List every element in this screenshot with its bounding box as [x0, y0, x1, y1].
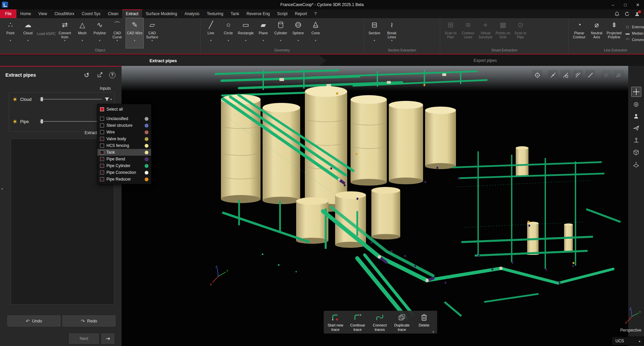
dropdown-item[interactable]: Steel structure	[97, 122, 151, 129]
leveling-icon[interactable]	[631, 135, 641, 145]
ribbon-button[interactable]: Cone ▾	[307, 18, 324, 48]
ribbon-button[interactable]: ∿ Polyline ▾	[91, 18, 108, 48]
popout-icon[interactable]	[96, 71, 103, 79]
ribbon-button[interactable]: ◔ Planar Contour ▾	[570, 18, 588, 48]
menu-item[interactable]: CloudWorx	[51, 9, 78, 18]
menubar-icon[interactable]	[634, 11, 640, 17]
close-icon[interactable]: ✕	[632, 0, 644, 9]
clipping-icon[interactable]	[631, 159, 641, 169]
history-icon[interactable]: ↺	[83, 71, 90, 79]
undo-button[interactable]: ↶ Undo	[7, 315, 60, 326]
dropdown-item[interactable]: Pipe Cylinder	[97, 162, 151, 169]
exit-tool-button[interactable]: ⇥	[101, 334, 114, 344]
redo-button[interactable]: ↷ Redo	[62, 315, 116, 326]
menu-item[interactable]: Extract	[122, 9, 142, 18]
trace-button[interactable]: Start new trace	[324, 313, 347, 332]
snap-plane-icon[interactable]	[560, 70, 570, 80]
ribbon-button-small[interactable]: ◠ Convex Contour	[625, 37, 644, 42]
trace-button[interactable]: Continue trace	[347, 313, 369, 332]
render-mesh-icon[interactable]	[613, 70, 624, 80]
dropdown-item[interactable]: HCS fencing	[97, 142, 151, 149]
menu-item[interactable]: File	[0, 9, 16, 18]
view-cube-icon[interactable]	[631, 147, 641, 157]
menu-item[interactable]: Tank	[227, 9, 243, 18]
checkbox[interactable]	[100, 157, 104, 161]
orbit-icon[interactable]	[631, 87, 641, 97]
menu-item[interactable]: Report	[291, 9, 311, 18]
menu-item[interactable]: Analysis	[181, 9, 203, 18]
menu-item[interactable]: Texturing	[203, 9, 227, 18]
menubar-icon[interactable]	[624, 11, 630, 17]
menu-item[interactable]: Coord Sys	[78, 9, 104, 18]
ribbon-button[interactable]: ☁ Cloud ▾	[19, 18, 37, 48]
ribbon-button[interactable]: ▦ Points on Grid ▾	[494, 18, 512, 48]
dropdown-item[interactable]: Pipe Connection	[97, 169, 151, 176]
checkbox[interactable]	[100, 107, 104, 111]
snap-point-icon[interactable]	[548, 70, 558, 80]
ribbon-button[interactable]: ✎ CAD Wire ▾	[126, 18, 143, 48]
menu-item[interactable]: Surface Modeling	[142, 9, 181, 18]
trace-button[interactable]: Connect traces	[369, 313, 391, 332]
chevron-down-icon[interactable]: ∨	[432, 330, 434, 334]
workflow-tab-export-pipes[interactable]: Export pipes	[326, 55, 644, 66]
menu-item[interactable]: Home	[16, 9, 35, 18]
checkbox[interactable]	[100, 144, 104, 148]
ribbon-button[interactable]: ⊟ Section ▾	[366, 18, 383, 48]
ribbon-button[interactable]: ⇄ Convert from ▾	[56, 18, 74, 48]
snap-line-icon[interactable]	[573, 70, 583, 80]
render-cloud-icon[interactable]	[601, 70, 611, 80]
help-icon[interactable]: ?	[109, 72, 116, 78]
next-button[interactable]: Next	[69, 334, 99, 344]
menubar-icon[interactable]	[614, 11, 620, 17]
class-filter-button[interactable]: ▾	[104, 97, 112, 102]
ribbon-button[interactable]: ▰ Plane ▾	[255, 18, 272, 48]
checkbox[interactable]	[100, 137, 104, 141]
bulb-icon[interactable]	[12, 119, 17, 124]
ribbon-button[interactable]: ▭ Rectangle ▾	[237, 18, 255, 48]
ribbon-button[interactable]: ○ Circle ▾	[220, 18, 237, 48]
checkbox[interactable]	[100, 150, 104, 154]
checkbox[interactable]	[100, 130, 104, 134]
menu-item[interactable]: Script	[274, 9, 291, 18]
checkbox[interactable]	[100, 123, 104, 127]
ribbon-button[interactable]: ∴ Point ▾	[2, 18, 19, 48]
opacity-slider[interactable]	[40, 119, 102, 124]
ribbon-button[interactable]: ⇟ Projected Polyline ▾	[605, 18, 623, 48]
maximize-icon[interactable]: □	[619, 0, 632, 9]
checkbox[interactable]	[100, 170, 104, 175]
workflow-tab-extract-pipes[interactable]: Extract pipes	[0, 55, 326, 66]
snap-grid-icon[interactable]	[585, 70, 595, 80]
center-target-icon[interactable]: ◎	[631, 99, 641, 109]
ribbon-button[interactable]: ▱ CAD Surface ▾	[143, 18, 161, 48]
dropdown-item[interactable]: Wire	[97, 129, 151, 136]
reticle-icon[interactable]	[532, 70, 542, 80]
ribbon-button[interactable]: ╱ Line ▾	[202, 18, 220, 48]
menu-item[interactable]: ?	[311, 9, 320, 18]
dropdown-item[interactable]: Pipe Bend	[97, 156, 151, 162]
ribbon-button[interactable]: ≋ Contour Lines ▾	[459, 18, 477, 48]
dropdown-item[interactable]: Tank	[97, 149, 151, 156]
ribbon-button[interactable]: ⌀ Neutral Axis ▾	[588, 18, 605, 48]
ribbon-button-small[interactable]: □ External Contour	[625, 25, 644, 29]
ribbon-button[interactable]: Cylinder ▾	[272, 18, 289, 48]
slider-handle[interactable]	[41, 97, 43, 101]
ribbon-button[interactable]: ⊞ Scan to Plan ▾	[442, 18, 459, 48]
menu-item[interactable]: View	[35, 9, 51, 18]
viewport-3d[interactable]: Z Y X Start new trace Continue trace	[122, 66, 628, 346]
projection-mode-label[interactable]: Perspective	[620, 328, 641, 333]
ribbon-button[interactable]: ⊙ Scan to Pipe ▾	[512, 18, 529, 48]
collapse-left-icon[interactable]: ◂	[0, 184, 4, 193]
ribbon-button[interactable]: Sphere ▾	[289, 18, 307, 48]
ribbon-button[interactable]: ≀ Break Lines ▾	[383, 18, 401, 48]
trace-button[interactable]: Delete	[413, 313, 435, 332]
opacity-slider[interactable]	[40, 97, 102, 102]
fly-icon[interactable]	[631, 123, 641, 133]
slider-handle[interactable]	[41, 119, 43, 123]
dropdown-item[interactable]: Select all	[97, 106, 151, 113]
checkbox[interactable]	[100, 117, 104, 121]
ribbon-button[interactable]: ⌒ CAD Curve ▾	[108, 18, 126, 48]
checkbox[interactable]	[100, 177, 104, 181]
dropdown-item[interactable]: Unclassified	[97, 115, 151, 122]
ribbon-button[interactable]: Load HSPC ▾	[37, 18, 56, 48]
first-person-icon[interactable]	[631, 111, 641, 121]
